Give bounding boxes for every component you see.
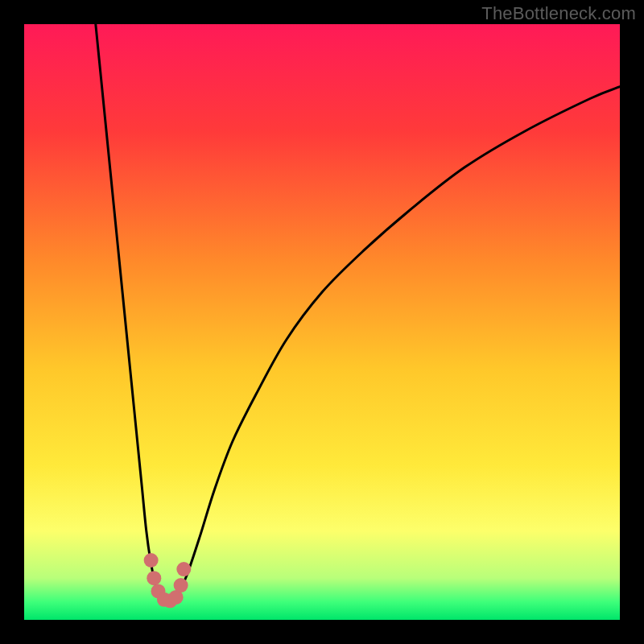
chart-svg — [24, 24, 620, 620]
marker-dot — [176, 562, 191, 576]
gradient-background — [24, 24, 620, 620]
marker-dot — [174, 578, 188, 592]
marker-dot — [144, 553, 159, 568]
marker-dot — [147, 571, 161, 585]
watermark-text: TheBottleneck.com — [481, 3, 636, 24]
plot-area — [24, 24, 620, 620]
chart-frame: TheBottleneck.com — [0, 0, 644, 644]
